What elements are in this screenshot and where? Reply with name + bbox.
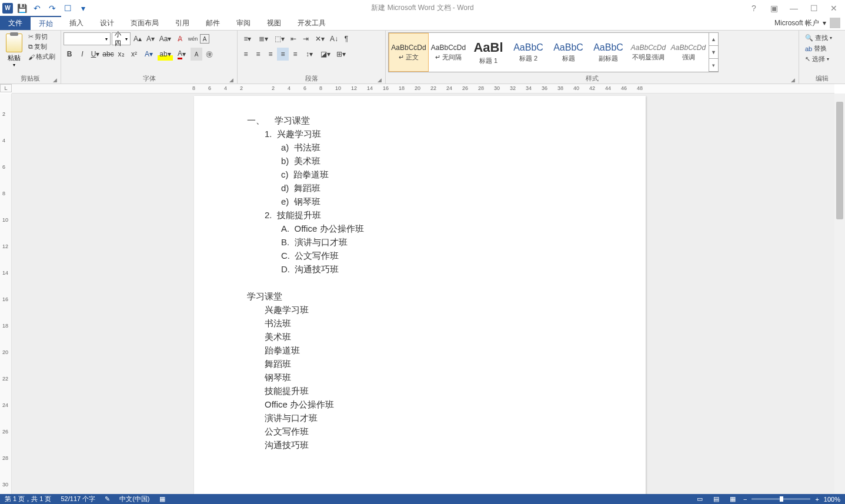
- gallery-down-button[interactable]: ▼: [709, 46, 718, 59]
- avatar[interactable]: [830, 18, 840, 28]
- align-right-button[interactable]: ≡: [265, 48, 276, 61]
- style-subtle-emphasis[interactable]: AaBbCcDd不明显强调: [629, 33, 669, 72]
- char-border-button[interactable]: A: [200, 34, 209, 44]
- distributed-button[interactable]: ≡: [289, 48, 301, 61]
- status-macro-icon[interactable]: ▦: [159, 495, 165, 503]
- style-emphasis[interactable]: AaBbCcDd强调: [669, 33, 709, 72]
- qat-undo-button[interactable]: ↶: [31, 2, 44, 15]
- account-dropdown-icon[interactable]: ▾: [823, 19, 826, 27]
- superscript-button[interactable]: x²: [128, 48, 140, 61]
- vertical-ruler[interactable]: 24681012141618202224262830: [0, 94, 12, 494]
- numbering-button[interactable]: ≣▾: [256, 32, 271, 45]
- tab-review[interactable]: 审阅: [228, 16, 259, 30]
- style-nospacing[interactable]: AaBbCcDd↵ 无间隔: [429, 33, 469, 72]
- style-title[interactable]: AaBbC标题: [549, 33, 589, 72]
- status-page[interactable]: 第 1 页，共 1 页: [5, 495, 51, 503]
- tab-view[interactable]: 视图: [259, 16, 289, 30]
- multilevel-button[interactable]: ⬚▾: [272, 32, 287, 45]
- qat-save-button[interactable]: 💾: [15, 2, 28, 15]
- zoom-level[interactable]: 100%: [824, 496, 840, 503]
- text-effects-button[interactable]: A▾: [141, 48, 156, 61]
- view-read-button[interactable]: ▭: [694, 495, 706, 503]
- tab-layout[interactable]: 页面布局: [122, 16, 167, 30]
- highlight-button[interactable]: ab▾: [158, 48, 173, 61]
- phonetic-button[interactable]: wén: [187, 32, 199, 45]
- zoom-out-button[interactable]: −: [743, 496, 747, 503]
- font-launcher[interactable]: ◢: [229, 77, 233, 83]
- status-wordcount[interactable]: 52/117 个字: [61, 495, 95, 503]
- account-label[interactable]: Microsoft 帐户: [774, 18, 819, 28]
- char-shading-button[interactable]: A: [191, 48, 202, 61]
- justify-button[interactable]: ≡: [277, 48, 289, 61]
- styles-launcher[interactable]: ◢: [791, 77, 795, 83]
- shading-button[interactable]: ◪▾: [318, 48, 333, 61]
- style-heading1[interactable]: AaBl标题 1: [469, 33, 509, 72]
- clipboard-launcher[interactable]: ◢: [53, 77, 57, 83]
- underline-button[interactable]: U▾: [89, 48, 101, 61]
- minimize-button[interactable]: —: [787, 2, 800, 15]
- change-case-button[interactable]: Aa▾: [158, 32, 173, 45]
- strikethrough-button[interactable]: abc: [102, 48, 114, 61]
- vertical-scrollbar[interactable]: [834, 94, 845, 494]
- align-left-button[interactable]: ≡: [240, 48, 252, 61]
- view-print-button[interactable]: ▤: [710, 495, 722, 503]
- tab-references[interactable]: 引用: [167, 16, 198, 30]
- tab-mailings[interactable]: 邮件: [198, 16, 228, 30]
- increase-indent-button[interactable]: ⇥: [300, 32, 312, 45]
- status-language[interactable]: 中文(中国): [119, 495, 149, 503]
- paste-button[interactable]: 粘贴 ▾: [2, 32, 26, 74]
- ribbon: 粘贴 ▾ ✂剪切 ⧉复制 🖌格式刷 剪贴板◢ ▾ 小四▾ A▴ A▾ Aa▾ A…: [0, 31, 845, 84]
- tab-developer[interactable]: 开发工具: [289, 16, 334, 30]
- maximize-button[interactable]: ☐: [807, 2, 820, 15]
- scrollbar-thumb[interactable]: [836, 102, 843, 219]
- cut-button[interactable]: ✂剪切: [28, 32, 55, 41]
- italic-button[interactable]: I: [76, 48, 88, 61]
- align-center-button[interactable]: ≡: [252, 48, 264, 61]
- font-color-button[interactable]: A▾: [174, 48, 189, 61]
- style-normal[interactable]: AaBbCcDd↵ 正文: [389, 33, 429, 72]
- ribbon-options-button[interactable]: ▣: [767, 2, 780, 15]
- show-marks-button[interactable]: ¶: [340, 32, 352, 45]
- tab-file[interactable]: 文件: [0, 16, 31, 30]
- enclose-char-button[interactable]: ㊝: [203, 48, 215, 61]
- bullets-button[interactable]: ≡▾: [240, 32, 255, 45]
- zoom-slider[interactable]: [752, 498, 810, 500]
- horizontal-ruler[interactable]: 8642246810121416182022242628303234363840…: [12, 84, 834, 94]
- document-content[interactable]: 一、 学习课堂 1. 兴趣学习班 a) 书法班 b) 美术班 c) 跆拳道班 d…: [194, 96, 646, 469]
- format-painter-button[interactable]: 🖌格式刷: [28, 52, 55, 61]
- close-button[interactable]: ✕: [827, 2, 840, 15]
- grow-font-button[interactable]: A▴: [132, 32, 143, 45]
- tab-insert[interactable]: 插入: [61, 16, 92, 30]
- decrease-indent-button[interactable]: ⇤: [288, 32, 299, 45]
- font-size-combo[interactable]: 小四▾: [112, 32, 131, 45]
- status-proofing-icon[interactable]: ✎: [105, 495, 110, 503]
- tab-home[interactable]: 开始: [31, 16, 61, 30]
- paragraph-launcher[interactable]: ◢: [378, 77, 382, 83]
- line-spacing-button[interactable]: ↕▾: [302, 48, 317, 61]
- replace-button[interactable]: ab替换: [805, 44, 832, 53]
- copy-button[interactable]: ⧉复制: [28, 42, 55, 51]
- gallery-up-button[interactable]: ▲: [709, 33, 718, 46]
- borders-button[interactable]: ⊞▾: [333, 48, 349, 61]
- page[interactable]: 一、 学习课堂 1. 兴趣学习班 a) 书法班 b) 美术班 c) 跆拳道班 d…: [194, 96, 646, 494]
- view-web-button[interactable]: ▦: [727, 495, 739, 503]
- qat-touch-button[interactable]: ☐: [61, 2, 74, 15]
- qat-redo-button[interactable]: ↷: [46, 2, 59, 15]
- select-button[interactable]: ↖选择▾: [805, 55, 832, 64]
- bold-button[interactable]: B: [64, 48, 75, 61]
- help-button[interactable]: ?: [747, 2, 760, 15]
- qat-customize-button[interactable]: ▾: [76, 2, 89, 15]
- ruler-corner[interactable]: L: [0, 84, 12, 92]
- zoom-in-button[interactable]: +: [815, 496, 819, 503]
- shrink-font-button[interactable]: A▾: [145, 32, 156, 45]
- gallery-more-button[interactable]: ▾: [709, 59, 718, 72]
- subscript-button[interactable]: x₂: [115, 48, 127, 61]
- font-name-combo[interactable]: ▾: [64, 32, 111, 45]
- find-button[interactable]: 🔍查找▾: [805, 34, 832, 42]
- style-subtitle[interactable]: AaBbC副标题: [589, 33, 629, 72]
- sort-button[interactable]: A↓: [328, 32, 340, 45]
- text-direction-button[interactable]: ✕▾: [312, 32, 328, 45]
- tab-design[interactable]: 设计: [92, 16, 122, 30]
- style-heading2[interactable]: AaBbC标题 2: [509, 33, 549, 72]
- clear-format-button[interactable]: A̷: [174, 32, 186, 45]
